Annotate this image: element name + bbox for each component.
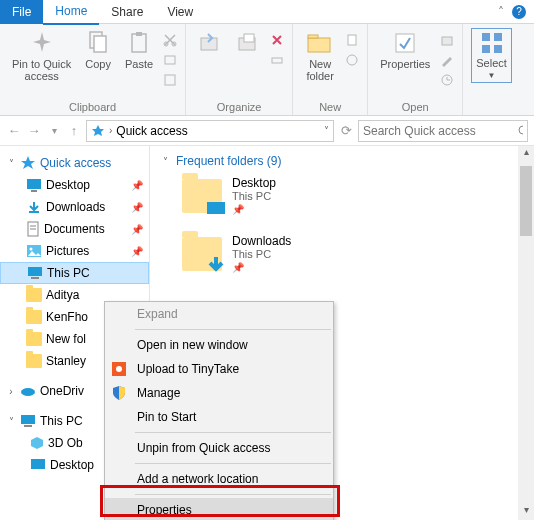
path-icon (163, 53, 177, 67)
open-button[interactable] (440, 30, 454, 50)
minimize-ribbon-icon[interactable]: ˄ (498, 5, 504, 19)
ctx-manage[interactable]: Manage (105, 381, 333, 405)
search-box[interactable] (358, 120, 528, 142)
nav-pictures[interactable]: Pictures📌 (0, 240, 149, 262)
new-folder-button[interactable]: New folder (301, 28, 339, 84)
open-icon (440, 33, 454, 47)
address-bar[interactable]: › ˅ (86, 120, 334, 142)
history-button[interactable] (440, 70, 454, 90)
group-new: New folder New (293, 24, 368, 115)
scroll-down-icon[interactable]: ▾ (518, 504, 534, 520)
copyto-icon (236, 30, 260, 56)
move-to-button[interactable] (194, 28, 226, 58)
svg-rect-13 (308, 35, 318, 38)
ctx-pin-start[interactable]: Pin to Start (105, 405, 333, 429)
svg-rect-12 (308, 38, 330, 52)
folder-icon (26, 310, 42, 324)
tab-file[interactable]: File (0, 0, 43, 24)
tab-view[interactable]: View (155, 0, 205, 24)
svg-rect-10 (244, 34, 254, 42)
this-pc-icon (20, 414, 36, 428)
nav-quick-access-label: Quick access (40, 156, 111, 170)
scroll-thumb[interactable] (520, 166, 532, 236)
nav-forward-icon[interactable]: → (26, 123, 42, 138)
svg-rect-19 (482, 33, 490, 41)
search-icon (517, 124, 523, 138)
ctx-open-new-window[interactable]: Open in new window (105, 333, 333, 357)
paste-button[interactable]: Paste (121, 28, 157, 72)
chevron-down-icon: ˅ (160, 156, 170, 167)
desktop-icon (30, 458, 46, 472)
select-icon (480, 31, 504, 55)
new-item-icon (345, 33, 359, 47)
pictures-icon (26, 244, 42, 258)
svg-rect-22 (494, 45, 502, 53)
address-dropdown-icon[interactable]: ˅ (324, 125, 329, 136)
svg-rect-36 (21, 415, 35, 424)
tab-share[interactable]: Share (99, 0, 155, 24)
history-icon (440, 73, 454, 87)
ctx-expand[interactable]: Expand (105, 302, 333, 326)
pin-icon: 📌 (131, 180, 143, 191)
nav-desktop[interactable]: Desktop📌 (0, 174, 149, 196)
svg-rect-38 (31, 459, 45, 469)
easy-access-button[interactable] (345, 50, 359, 70)
ctx-properties[interactable]: Properties (105, 498, 333, 520)
svg-rect-39 (207, 202, 225, 214)
properties-button[interactable]: Properties (376, 28, 434, 72)
folder-icon (182, 179, 222, 213)
group-label-open: Open (402, 99, 429, 113)
group-clipboard: Pin to Quick access Copy Paste Clipboard (0, 24, 186, 115)
pin-to-quick-access-button[interactable]: Pin to Quick access (8, 28, 75, 84)
help-icon[interactable]: ? (512, 5, 526, 19)
paste-shortcut-button[interactable] (163, 70, 177, 90)
nav-back-icon[interactable]: ← (6, 123, 22, 138)
onedrive-icon (20, 385, 36, 397)
nav-quick-access[interactable]: ˅ Quick access (0, 152, 149, 174)
edit-button[interactable] (440, 50, 454, 70)
select-button[interactable]: Select ▼ (471, 28, 512, 83)
svg-rect-26 (31, 190, 37, 192)
paste-icon (128, 30, 150, 56)
tab-bar: File Home Share View ˄ ? (0, 0, 534, 24)
search-input[interactable] (363, 124, 513, 138)
svg-rect-21 (482, 45, 490, 53)
svg-rect-7 (165, 75, 175, 85)
group-label-new: New (319, 99, 341, 113)
frequent-item-desktop[interactable]: Desktop This PC 📌 (182, 176, 524, 216)
scroll-up-icon[interactable]: ▴ (518, 146, 534, 162)
svg-point-15 (347, 55, 357, 65)
ctx-upload-tinytake[interactable]: Upload to TinyTake (105, 357, 333, 381)
refresh-icon[interactable]: ⟳ (338, 123, 354, 138)
copy-path-button[interactable] (163, 50, 177, 70)
chevron-down-icon: ˅ (6, 416, 16, 427)
address-input[interactable] (116, 124, 320, 138)
svg-rect-25 (27, 179, 41, 189)
copy-icon (87, 30, 109, 56)
copy-to-button[interactable] (232, 28, 264, 58)
scissors-icon (163, 33, 177, 47)
svg-rect-33 (28, 267, 42, 276)
svg-rect-3 (136, 32, 142, 36)
ctx-add-network[interactable]: Add a network location (105, 467, 333, 491)
frequent-item-downloads[interactable]: Downloads This PC 📌 (182, 234, 524, 274)
delete-button[interactable] (270, 30, 284, 50)
rename-button[interactable] (270, 50, 284, 70)
frequent-folders-header[interactable]: ˅ Frequent folders (9) (160, 154, 524, 168)
nav-recent-icon[interactable]: ▾ (46, 125, 62, 136)
new-item-button[interactable] (345, 30, 359, 50)
copy-button[interactable]: Copy (81, 28, 115, 72)
ctx-unpin-quick[interactable]: Unpin from Quick access (105, 436, 333, 460)
properties-icon (392, 30, 418, 56)
desktop-icon (26, 178, 42, 192)
nav-downloads[interactable]: Downloads📌 (0, 196, 149, 218)
folder-icon (26, 354, 42, 368)
pin-icon: 📌 (131, 202, 143, 213)
scrollbar[interactable]: ▴ ▾ (518, 146, 534, 520)
nav-up-icon[interactable]: ↑ (66, 123, 82, 138)
nav-this-pc[interactable]: This PC (0, 262, 149, 284)
tab-home[interactable]: Home (43, 0, 99, 25)
nav-documents[interactable]: Documents📌 (0, 218, 149, 240)
cut-button[interactable] (163, 30, 177, 50)
svg-rect-6 (165, 56, 175, 64)
